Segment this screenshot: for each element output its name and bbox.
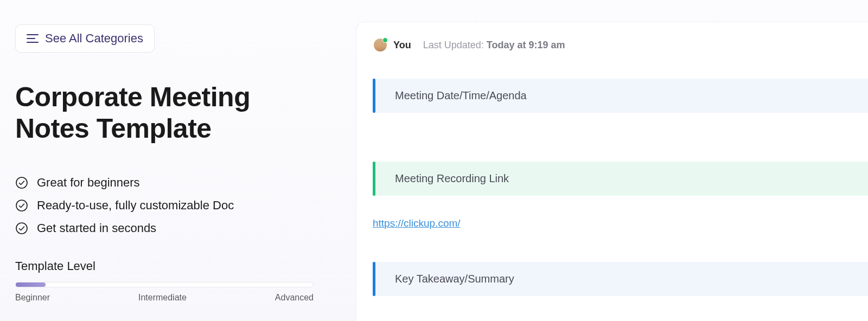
menu-icon <box>27 34 39 43</box>
check-circle-icon <box>15 199 28 212</box>
feature-list: Great for beginners Ready-to-use, fully … <box>15 176 331 235</box>
author-label: You <box>393 40 411 51</box>
callout-agenda[interactable]: Meeting Date/Time/Agenda <box>373 79 868 113</box>
callout-content: Key Takeaway/Summary <box>375 262 868 296</box>
last-updated: Last Updated: Today at 9:19 am <box>418 40 565 51</box>
last-updated-value: Today at 9:19 am <box>487 40 565 50</box>
feature-item: Great for beginners <box>15 176 331 190</box>
avatar[interactable] <box>374 38 387 52</box>
check-circle-icon <box>15 176 28 189</box>
feature-item: Ready-to-use, fully customizable Doc <box>15 198 331 213</box>
see-all-categories-button[interactable]: See All Categories <box>15 24 155 53</box>
doc-header: You Last Updated: Today at 9:19 am <box>373 38 868 52</box>
callout-recording[interactable]: Meeting Recording Link <box>373 162 868 196</box>
feature-text: Get started in seconds <box>37 221 156 235</box>
callout-content: Meeting Date/Time/Agenda <box>375 79 868 113</box>
svg-point-3 <box>16 177 27 188</box>
level-tick-intermediate: Intermediate <box>138 293 187 303</box>
template-level-label: Template Level <box>15 259 331 273</box>
feature-item: Get started in seconds <box>15 221 331 235</box>
callout-content: Meeting Recording Link <box>375 162 868 196</box>
svg-point-5 <box>16 223 27 234</box>
last-updated-label: Last Updated: <box>423 40 487 50</box>
recording-link[interactable]: https://clickup.com/ <box>373 217 461 229</box>
see-all-label: See All Categories <box>45 31 143 46</box>
callout-summary[interactable]: Key Takeaway/Summary <box>373 262 868 296</box>
template-level-section: Template Level Beginner Intermediate Adv… <box>15 259 331 303</box>
feature-text: Ready-to-use, fully customizable Doc <box>37 198 234 213</box>
level-tick-advanced: Advanced <box>275 293 314 303</box>
page-title: Corporate Meeting Notes Template <box>15 82 331 144</box>
check-circle-icon <box>15 222 28 235</box>
template-level-fill <box>16 283 46 287</box>
doc-body: Meeting Date/Time/Agenda Meeting Recordi… <box>373 52 868 296</box>
feature-text: Great for beginners <box>37 176 140 190</box>
template-info-panel: See All Categories Corporate Meeting Not… <box>0 0 353 321</box>
level-tick-beginner: Beginner <box>15 293 50 303</box>
template-level-bar <box>15 282 314 287</box>
svg-point-4 <box>16 200 27 211</box>
template-level-ticks: Beginner Intermediate Advanced <box>15 293 314 303</box>
document-preview-panel: You Last Updated: Today at 9:19 am Meeti… <box>356 22 868 321</box>
